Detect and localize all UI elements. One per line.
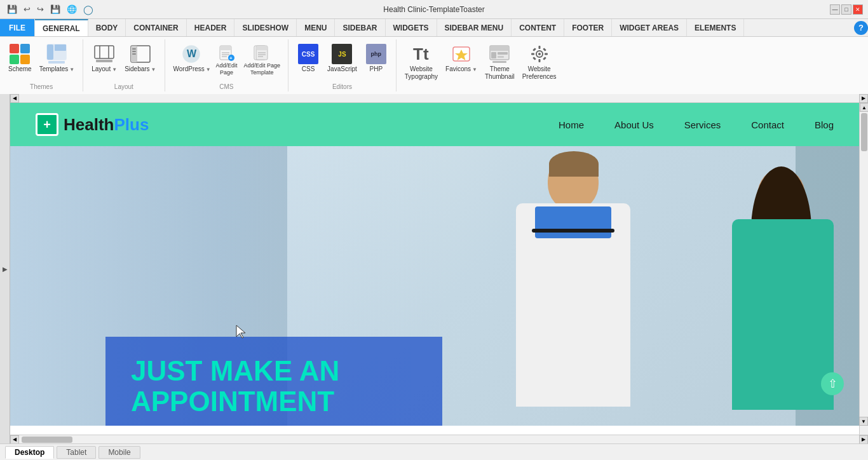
nav-about[interactable]: About Us — [614, 119, 654, 130]
top-scrollbar[interactable]: ◀ ▶ — [10, 94, 868, 103]
right-scrollbar[interactable]: ▲ ▼ — [859, 103, 868, 435]
tab-desktop[interactable]: Desktop — [5, 446, 54, 459]
svg-rect-16 — [220, 46, 231, 50]
templates-button[interactable]: Templates▼ — [36, 41, 78, 75]
minimize-button[interactable]: ― — [830, 4, 840, 15]
save-icon[interactable]: 💾 — [5, 3, 19, 15]
layout-button[interactable]: Layout▼ — [88, 41, 120, 75]
typography-label: WebsiteTypography — [405, 65, 438, 81]
css-button[interactable]: CSS CSS — [294, 41, 323, 75]
tab-footer[interactable]: FOOTER — [564, 19, 612, 36]
css-icon: CSS — [297, 43, 320, 65]
sidebars-button[interactable]: Sidebars▼ — [121, 41, 159, 75]
left-panel-toggle[interactable]: ▶ — [0, 94, 10, 443]
website-header: + Health Plus Home About Us Services Con — [10, 103, 859, 146]
layout-items: Layout▼ Sidebars▼ — [88, 41, 159, 82]
tab-body[interactable]: BODY — [88, 19, 126, 36]
svg-rect-11 — [132, 51, 136, 52]
svg-rect-46 — [543, 57, 546, 60]
maximize-button[interactable]: □ — [841, 4, 851, 15]
add-edit-page-button[interactable]: + Add/EditPage — [214, 43, 240, 78]
title-bar-left: 💾 ↩ ↪ 💾 🌐 ◯ — [5, 3, 95, 16]
theme-thumbnail-button[interactable]: ThemeThumbnail — [482, 41, 518, 83]
redo-icon[interactable]: ↪ — [35, 3, 46, 15]
themes-group-label: Themes — [5, 82, 78, 90]
save2-icon[interactable]: 💾 — [48, 3, 62, 15]
nav-blog[interactable]: Blog — [815, 119, 834, 130]
browser-icon[interactable]: 🌐 — [65, 3, 79, 15]
preferences-button[interactable]: WebsitePreferences — [519, 41, 560, 83]
nav-services[interactable]: Services — [684, 119, 721, 130]
theme-thumbnail-label: ThemeThumbnail — [485, 65, 515, 81]
svg-rect-4 — [95, 46, 114, 58]
horizontal-scrollbar[interactable]: ◀ ▶ — [10, 435, 868, 443]
wordpress-button[interactable]: W WordPress▼ — [170, 41, 212, 75]
scheme-button[interactable]: Scheme — [5, 41, 35, 75]
svg-rect-40 — [538, 59, 540, 62]
theme-thumbnail-icon — [488, 43, 511, 65]
php-button[interactable]: php PHP — [362, 41, 391, 75]
scroll-down-arrow[interactable]: ▼ — [859, 417, 868, 426]
undo-icon[interactable]: ↩ — [22, 3, 32, 15]
hero-section: JUST MAKE AN APPOINTMENT ⇧ — [10, 146, 859, 426]
svg-rect-3 — [48, 61, 65, 64]
logo-icon: + — [36, 113, 58, 136]
add-edit-template-button[interactable]: Add/Edit PageTemplate — [241, 43, 283, 78]
svg-rect-10 — [132, 48, 136, 50]
layout-group-label: Layout — [88, 82, 159, 90]
scroll-left-arrow[interactable]: ◀ — [10, 94, 19, 103]
hero-title-line1: JUST MAKE AN — [131, 356, 417, 386]
svg-rect-41 — [531, 53, 534, 55]
scroll-right-arrow[interactable]: ▶ — [859, 94, 868, 103]
add-edit-template-label: Add/Edit PageTemplate — [244, 62, 281, 76]
sidebars-label: Sidebars▼ — [125, 65, 156, 73]
scheme-label: Scheme — [8, 65, 32, 73]
tab-file[interactable]: FILE — [0, 19, 35, 36]
tab-header[interactable]: HEADER — [187, 19, 235, 36]
wp-icon[interactable]: ◯ — [81, 3, 95, 16]
tab-menu[interactable]: MENU — [297, 19, 335, 36]
logo-health: Health — [64, 115, 114, 135]
ribbon-content: Scheme Templates▼ Themes — [0, 37, 868, 94]
h-scroll-thumb[interactable] — [22, 436, 72, 443]
tab-widget-areas[interactable]: WIDGET AREAS — [612, 19, 687, 36]
svg-rect-12 — [132, 53, 136, 55]
editors-items: CSS CSS JS JavaScript php PHP — [294, 41, 391, 82]
sidebars-icon — [129, 43, 152, 65]
site-logo: + Health Plus — [36, 113, 149, 136]
nav-home[interactable]: Home — [559, 119, 584, 130]
scroll-up-arrow[interactable]: ▲ — [860, 103, 868, 112]
nav-contact[interactable]: Contact — [751, 119, 784, 130]
tab-mobile[interactable]: Mobile — [98, 446, 140, 459]
cms-items: W WordPress▼ — [170, 41, 283, 82]
tab-general[interactable]: GENERAL — [35, 19, 88, 36]
app-window: 💾 ↩ ↪ 💾 🌐 ◯ Health Clinic-TemplateToaste… — [0, 0, 868, 460]
logo-plus: Plus — [114, 115, 149, 135]
svg-rect-39 — [538, 46, 540, 49]
hero-content: JUST MAKE AN APPOINTMENT — [105, 337, 442, 426]
ribbon-group-layout: Layout▼ Sidebars▼ — [83, 39, 165, 91]
scrollbar-thumb[interactable] — [861, 113, 867, 151]
tab-elements[interactable]: ELEMENTS — [687, 19, 744, 36]
tab-content[interactable]: CONTENT — [512, 19, 564, 36]
bottom-bar: Desktop Tablet Mobile — [0, 443, 868, 460]
site-nav: Home About Us Services Contact Blog — [559, 119, 834, 130]
favicons-button[interactable]: Favicons▼ — [442, 41, 480, 75]
tab-slideshow[interactable]: SLIDESHOW — [234, 19, 297, 36]
tab-container[interactable]: CONTAINER — [126, 19, 186, 36]
tab-tablet[interactable]: Tablet — [57, 446, 96, 459]
scheme-icon — [8, 43, 31, 65]
scroll-top-button[interactable]: ⇧ — [821, 372, 844, 395]
cms-group-label: CMS — [170, 82, 283, 90]
tab-widgets[interactable]: WIDGETS — [386, 19, 437, 36]
h-scroll-right[interactable]: ▶ — [859, 435, 868, 444]
help-button[interactable]: ? — [854, 21, 868, 35]
ribbon-group-cms: W WordPress▼ — [165, 39, 289, 91]
tab-sidebar[interactable]: SIDEBAR — [335, 19, 385, 36]
templates-label: Templates▼ — [39, 65, 75, 73]
close-button[interactable]: ✕ — [853, 4, 863, 15]
tab-sidebar-menu[interactable]: SIDEBAR MENU — [437, 19, 512, 36]
javascript-button[interactable]: JS JavaScript — [324, 41, 360, 75]
h-scroll-left[interactable]: ◀ — [10, 435, 19, 444]
typography-button[interactable]: Tt WebsiteTypography — [402, 41, 441, 83]
